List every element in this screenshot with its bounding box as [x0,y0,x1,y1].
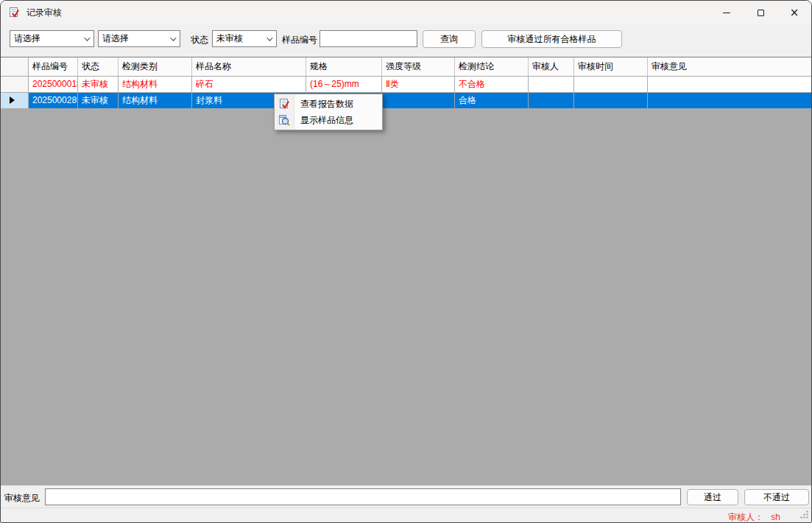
menu-item-label: 查看报告数据 [300,99,353,109]
filter-select-1-value: 请选择 [14,32,40,45]
chevron-down-icon [266,35,272,41]
reviewer-label: 审核人： [728,512,763,522]
minimize-icon [723,13,730,13]
table-cell[interactable]: 未审核 [78,77,119,92]
sample-no-input[interactable] [319,30,417,47]
review-comment-label: 审核意见 [4,492,40,505]
resize-grip-icon[interactable] [799,510,809,522]
maximize-button[interactable] [744,1,777,24]
table-cell[interactable]: 合格 [455,93,529,108]
column-header[interactable]: 状态 [78,57,119,76]
table-cell[interactable]: (16～25)mm [306,77,382,92]
table-cell[interactable]: 碎石 [192,77,306,92]
app-window: 记录审核 × 请选择 请选择 状态 未审核 样品编号 查询 审核通过所有合格样品… [0,0,812,523]
column-header[interactable]: 检测类别 [119,57,192,76]
table-cell[interactable]: 不合格 [455,77,529,92]
column-header[interactable]: 规格 [306,57,382,76]
filter-select-2[interactable]: 请选择 [98,30,180,47]
reviewer-value: sh [771,512,780,522]
review-comment-input[interactable] [45,488,681,505]
close-button[interactable]: × [777,1,811,24]
table-cell[interactable]: Ⅱ类 [382,77,455,92]
table-cell[interactable]: 结构材料 [119,77,192,92]
table-cell[interactable] [529,77,574,92]
row-selector-cell[interactable] [1,77,29,92]
status-label: 状态 [191,34,208,46]
column-header[interactable]: 样品编号 [29,57,78,76]
table-cell[interactable]: 2025000289 [29,93,78,108]
sample-magnifier-icon [278,114,290,126]
table-cell[interactable]: 2025000018 [29,77,78,92]
app-report-check-icon [8,7,20,18]
filter-select-2-value: 请选择 [102,32,129,45]
titlebar: 记录审核 × [1,1,811,24]
column-header[interactable]: 检测结论 [455,57,529,76]
minimize-button[interactable] [710,1,744,24]
statusbar: 审核人：sh [1,508,811,523]
status-select-value: 未审核 [216,32,243,45]
column-header[interactable]: 审核人 [529,57,574,76]
table-cell[interactable] [648,93,812,108]
menu-item-show-sample-info[interactable]: 显示样品信息 [275,112,382,128]
toolbar: 请选择 请选择 状态 未审核 样品编号 查询 审核通过所有合格样品 [1,24,811,57]
pass-button[interactable]: 通过 [687,489,738,505]
window-title: 记录审核 [27,7,62,19]
menu-item-view-report[interactable]: 查看报告数据 [275,96,382,112]
column-header[interactable]: 强度等级 [382,57,455,76]
column-header[interactable]: 样品名称 [192,57,306,76]
table-row[interactable]: 2025000018未审核结构材料碎石(16～25)mmⅡ类不合格 [1,77,812,93]
reviewer-status: 审核人：sh [728,511,780,523]
sample-no-label: 样品编号 [282,34,317,46]
close-icon: × [790,7,799,18]
approve-all-button[interactable]: 审核通过所有合格样品 [481,30,622,48]
filter-select-1[interactable]: 请选择 [10,30,94,47]
column-header[interactable]: 审核意见 [648,57,812,76]
current-row-marker-icon [10,96,15,104]
chevron-down-icon [170,35,176,41]
table-cell[interactable] [382,93,455,108]
status-select[interactable]: 未审核 [212,30,277,47]
table-cell[interactable] [529,93,574,108]
table-cell[interactable] [648,77,812,92]
maximize-icon [758,10,764,16]
records-grid[interactable]: 样品编号状态检测类别样品名称规格强度等级检测结论审核人审核时间审核意见20250… [1,57,812,485]
context-menu: 查看报告数据 显示样品信息 [274,94,383,130]
row-selector-cell[interactable] [1,93,29,108]
table-cell[interactable] [574,93,648,108]
grid-header-row: 样品编号状态检测类别样品名称规格强度等级检测结论审核人审核时间审核意见 [1,57,812,77]
fail-button[interactable]: 不通过 [744,489,809,505]
column-header[interactable]: 审核时间 [574,57,648,76]
footer-panel: 审核意见 通过 不通过 [1,485,811,508]
table-row[interactable]: 2025000289未审核结构材料封浆料合格 [1,93,812,109]
caption-buttons: × [710,1,811,24]
table-cell[interactable] [574,77,648,92]
chevron-down-icon [84,35,90,41]
row-selector-header[interactable] [1,57,29,76]
table-cell[interactable]: 结构材料 [119,93,192,108]
menu-item-label: 显示样品信息 [300,115,353,125]
table-cell[interactable]: 未审核 [78,93,119,108]
report-check-icon [278,98,290,110]
query-button[interactable]: 查询 [423,30,476,48]
